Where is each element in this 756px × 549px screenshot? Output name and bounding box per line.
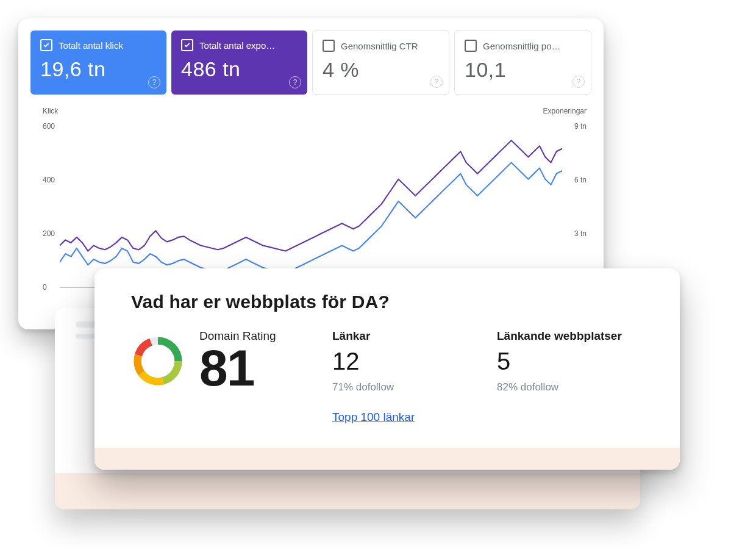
metric-tiles-row: Totalt antal klick 19,6 tn ? Totalt anta…	[18, 18, 604, 95]
top-100-links-link[interactable]: Topp 100 länkar	[332, 411, 415, 424]
tile-label: Genomsnittlig CTR	[341, 41, 418, 51]
links-value: 12	[332, 348, 491, 375]
domain-rating-block: Domain Rating 81	[131, 329, 326, 393]
help-icon[interactable]: ?	[289, 76, 301, 88]
domain-rating-value: 81	[199, 344, 276, 393]
links-sub: 71% dofollow	[332, 381, 491, 393]
linking-sub: 82% dofollow	[497, 381, 655, 393]
checkbox-unchecked-icon	[323, 40, 335, 52]
y-right-tick: 3 tn	[574, 229, 587, 238]
tile-value: 486 tn	[181, 57, 298, 81]
y-left-tick: 600	[43, 122, 55, 131]
right-axis-title: Exponeringar	[543, 107, 587, 115]
links-column: Länkar 12 71% dofollow Topp 100 länkar	[332, 329, 491, 424]
tile-value: 19,6 tn	[40, 57, 157, 81]
tile-label: Genomsnittlig po…	[483, 41, 561, 51]
tile-position[interactable]: Genomsnittlig po… 10,1 ?	[454, 30, 591, 95]
domain-rating-gauge-icon	[131, 334, 185, 388]
linking-label: Länkande webbplatser	[497, 329, 655, 343]
y-right-tick: 6 tn	[574, 176, 587, 184]
checkbox-unchecked-icon	[465, 40, 477, 52]
tile-label: Totalt antal expo…	[199, 40, 275, 51]
y-left-tick: 200	[43, 229, 55, 238]
left-axis-title: Klick	[43, 107, 58, 115]
card-footer-decoration	[55, 473, 640, 509]
checkbox-checked-icon	[181, 39, 193, 51]
da-title: Vad har er webbplats för DA?	[131, 292, 390, 312]
y-left-tick: 0	[43, 283, 47, 292]
tile-value: 4 %	[323, 58, 439, 82]
links-label: Länkar	[332, 329, 491, 343]
help-icon[interactable]: ?	[148, 76, 160, 88]
tile-clicks[interactable]: Totalt antal klick 19,6 tn ?	[30, 30, 166, 95]
linking-sites-column: Länkande webbplatser 5 82% dofollow	[497, 329, 655, 393]
y-left-tick: 400	[43, 176, 55, 184]
tile-ctr[interactable]: Genomsnittlig CTR 4 % ?	[312, 30, 449, 95]
tile-impressions[interactable]: Totalt antal expo… 486 tn ?	[171, 30, 307, 95]
checkbox-checked-icon	[40, 39, 52, 51]
help-icon[interactable]: ?	[572, 76, 585, 88]
y-right-tick: 9 tn	[574, 122, 587, 131]
domain-authority-card: Vad har er webbplats för DA? Domain Rati…	[94, 268, 680, 470]
linking-value: 5	[497, 348, 655, 375]
help-icon[interactable]: ?	[430, 76, 443, 88]
tile-label: Totalt antal klick	[59, 40, 123, 51]
chart-svg	[60, 124, 562, 290]
card-footer-decoration	[94, 448, 680, 470]
tile-value: 10,1	[465, 58, 581, 82]
